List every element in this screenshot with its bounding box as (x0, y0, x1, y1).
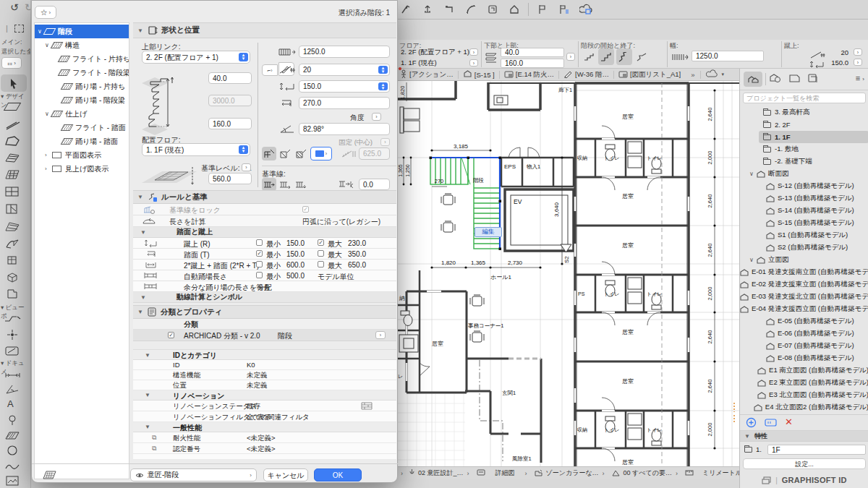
layer-combination[interactable]: 02 意匠設計_… (418, 468, 464, 478)
camera-tool-icon[interactable] (5, 346, 20, 356)
selection-mode-button[interactable]: ⚏ › (1, 57, 22, 69)
tree-item-reflected[interactable]: ›見上げ図表示 (35, 162, 129, 176)
max-checkbox[interactable] (318, 250, 324, 257)
nav-item-e06[interactable]: E-06 (自動再構築モデル) (740, 328, 868, 340)
tree-item-flight-cant[interactable]: フライト - 片持ち (35, 52, 129, 66)
tree-item-stair[interactable]: ∨階段 (35, 25, 129, 38)
nav-item-s1[interactable]: S1 (自動再構築モデル) (740, 229, 868, 241)
tree-item-landing-beam[interactable]: 踊り場 - 階段梁 (35, 93, 129, 107)
class-more[interactable]: › (375, 331, 386, 339)
max-checkbox[interactable] (318, 261, 324, 267)
mesh-tool-icon[interactable] (4, 169, 20, 180)
flag-list-icon[interactable] (556, 2, 572, 17)
max-value[interactable]: 350.0 (348, 250, 366, 258)
flag-icon[interactable] (535, 2, 550, 17)
id-category-header[interactable]: ▼IDとカテゴリ (133, 349, 396, 360)
rename-button[interactable] (765, 417, 777, 430)
nav-item-e07[interactable]: E-07 (自動再構築モデル) (740, 340, 868, 352)
spline-tool-icon[interactable] (5, 461, 20, 471)
filter-value[interactable]: 全ての関連フィルタ (247, 413, 310, 422)
column-tool-icon[interactable] (6, 255, 19, 266)
floor-upper-more[interactable]: › (469, 48, 478, 56)
turn-type-1[interactable] (262, 147, 276, 160)
riser-height-stepperfield[interactable]: 150.0▲▼ (299, 80, 390, 93)
roof-tool-icon[interactable] (4, 221, 20, 232)
tree-item-flight-tread[interactable]: フライト - 踏面 (35, 121, 129, 134)
nav-group-sections[interactable]: ∨断面図 (740, 168, 868, 180)
renov-option[interactable]: 00 すべての要… (624, 468, 672, 478)
max-value[interactable]: 650.0 (348, 261, 366, 269)
viewmap-button[interactable] (769, 73, 782, 86)
settings-button[interactable]: 設定... (743, 458, 866, 469)
cloud-download-icon[interactable] (578, 2, 594, 17)
prop-name-field[interactable] (767, 445, 866, 455)
min-checkbox[interactable] (256, 272, 263, 278)
total-height-field[interactable] (208, 95, 252, 106)
fill-tool-icon[interactable] (5, 430, 20, 440)
offset-more[interactable]: › (566, 53, 575, 61)
tree-item-finish[interactable]: ∨仕上げ (35, 107, 129, 121)
nav-item-e04[interactable]: E-04 発達支援西立面 (自動再構築モデル) (740, 303, 868, 315)
turn-type-2[interactable] (278, 147, 292, 160)
riser-height-more[interactable]: › (854, 59, 862, 66)
floor-upper-row[interactable]: 2. 2F (配置フロア + 1) (401, 48, 469, 57)
object-tool-icon[interactable] (6, 272, 19, 283)
start-end-option-1[interactable] (582, 50, 596, 64)
scale-option[interactable]: 詳細図 (495, 468, 515, 478)
tread-riser-subheader[interactable]: ▼踏面と蹴上 (133, 227, 396, 238)
stair-tool-icon[interactable] (4, 153, 20, 163)
expand-bottom[interactable]: › (401, 470, 403, 477)
riser-count-more[interactable]: › (854, 48, 862, 56)
cancel-button[interactable]: キャンセル (263, 468, 308, 481)
project-map-button[interactable] (744, 72, 762, 87)
fixed-more[interactable]: › (380, 138, 390, 146)
text-tool-icon[interactable]: A (7, 398, 14, 409)
classes-section-header[interactable]: ▼分類とプロパティ (133, 305, 396, 319)
more-4[interactable]: › (676, 470, 678, 477)
nav-item-e01[interactable]: E-01 発達支援南立面 (自動再構築モデル) (740, 266, 868, 278)
min-value[interactable]: 150.0 (286, 250, 305, 258)
general-header[interactable]: ▼一般性能 (133, 422, 396, 432)
floor-current-more[interactable]: › (469, 59, 478, 67)
base-level-more[interactable]: › (242, 163, 251, 171)
nav-item-e02[interactable]: E-02 発達支援東立面 (自動再構築モデル) (740, 278, 868, 291)
max-checkbox[interactable]: ✓ (318, 239, 324, 246)
tab-w36[interactable]: [W-36 階… (575, 70, 609, 80)
start-end-option-2[interactable] (598, 48, 614, 65)
distribute-value[interactable]: 等分 (256, 283, 271, 293)
top-offset-field[interactable] (208, 72, 252, 84)
nav-item-floor3[interactable]: 3. 最高軒高 (740, 106, 868, 119)
windows-icon[interactable] (762, 476, 771, 484)
tab-action[interactable]: [アクション… (409, 70, 454, 80)
section-tool-icon[interactable] (4, 314, 22, 324)
circle-tool-icon[interactable] (7, 445, 18, 456)
layoutmap-button[interactable] (788, 73, 801, 86)
tab-e14[interactable]: [E.14 防火… (516, 70, 554, 80)
zone-option[interactable]: ゾーンカラーな… (546, 468, 599, 478)
transform-icon[interactable] (485, 2, 501, 17)
image-tool-icon[interactable] (6, 476, 19, 486)
hook-tool-icon[interactable] (398, 2, 414, 17)
tree-item-flight-beam[interactable]: フライト - 階段梁 (35, 66, 129, 80)
tab-overflow[interactable]: » (691, 71, 694, 79)
nav-item-s14[interactable]: S-14 (自動再構築モデル) (740, 205, 868, 217)
nav-item-e08[interactable]: E-08 (自動再構築モデル) (740, 352, 868, 364)
stair-width-field[interactable] (299, 46, 390, 58)
delete-button[interactable]: ✕ (785, 416, 793, 427)
start-end-option-4[interactable] (635, 50, 649, 64)
tread-depth-field[interactable] (299, 97, 390, 109)
turn-type-3[interactable] (294, 147, 308, 160)
id-value[interactable]: K0 (247, 361, 255, 369)
fire-value[interactable]: <未定義> (247, 434, 276, 443)
properties-header[interactable]: ▼特性 (740, 430, 868, 442)
angle-dim-tool-icon[interactable] (5, 384, 20, 395)
pos-value[interactable]: 未定義 (247, 381, 268, 390)
label-tool-icon[interactable] (7, 415, 18, 426)
nav-item-s13[interactable]: S-13 (自動再構築モデル) (740, 192, 868, 205)
navigator-search[interactable]: プロジェクト一覧を検索 (743, 93, 866, 103)
graphisoft-id[interactable]: GRAPHISOFT ID (782, 476, 847, 484)
walkline-button[interactable]: ⌐› (262, 64, 278, 76)
nav-item-e1[interactable]: E1 南立面図 (自動再構築モデル) (740, 364, 868, 377)
motion-subheader[interactable]: ▼動線計算とシンボル (133, 292, 396, 303)
rules-section-header[interactable]: ▼ルールと基準 (133, 190, 396, 204)
